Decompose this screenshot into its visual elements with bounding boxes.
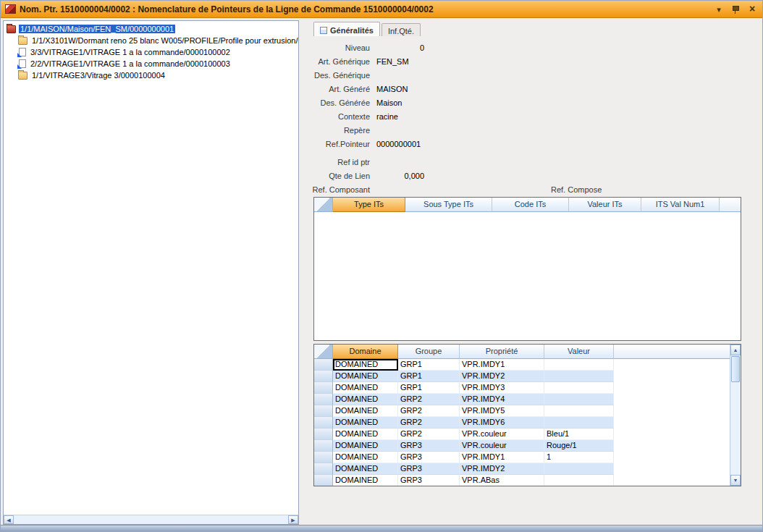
table-cell[interactable]: VPR.IMDY1	[460, 359, 544, 371]
scroll-left-button[interactable]: ◀	[4, 515, 14, 524]
table-cell[interactable]: DOMAINED	[333, 428, 398, 440]
scroll-up-button[interactable]: ▲	[730, 345, 741, 355]
pin-icon[interactable]	[730, 4, 741, 15]
column-header[interactable]: Propriété	[460, 345, 544, 359]
table-cell[interactable]	[544, 371, 614, 382]
window-menu-button[interactable]: ▾	[713, 4, 725, 15]
scroll-right-button[interactable]: ▶	[288, 515, 298, 524]
grid-corner-cell[interactable]	[314, 345, 333, 359]
table-cell[interactable]: DOMAINED	[333, 359, 398, 371]
column-header[interactable]: Valeur	[544, 345, 614, 359]
column-header[interactable]: ITS Val Num1	[641, 198, 720, 212]
row-selector[interactable]	[314, 394, 333, 405]
table-cell[interactable]: GRP2	[398, 417, 460, 428]
tab-inf-qte[interactable]: Inf.Qté.	[382, 23, 421, 36]
table-cell[interactable]: DOMAINED	[333, 452, 398, 463]
table-cell[interactable]: VPR.IMDY5	[460, 405, 544, 417]
table-cell[interactable]: DOMAINED	[333, 417, 398, 428]
tab-generalites[interactable]: Généralités	[313, 22, 380, 36]
tab-inf-qte-label: Inf.Qté.	[388, 27, 414, 35]
properties-vertical-scrollbar[interactable]: ▲ ▼	[730, 345, 741, 486]
form-row: Qte de Lien0,000	[300, 169, 762, 182]
table-cell[interactable]: GRP3	[398, 475, 460, 486]
row-selector[interactable]	[314, 405, 333, 417]
table-cell[interactable]: GRP3	[398, 452, 460, 463]
yellow-folder-icon	[18, 37, 28, 45]
tree-item[interactable]: 1/1/X3101W/Dormant reno 25 blanc W005/PR…	[4, 35, 298, 46]
row-selector[interactable]	[314, 440, 333, 452]
form-row: Contexteracine	[300, 109, 762, 123]
table-cell[interactable]: GRP1	[398, 359, 460, 371]
table-cell[interactable]	[544, 475, 614, 486]
scrollbar-thumb[interactable]	[731, 356, 740, 382]
table-cell[interactable]: VPR.IMDY2	[460, 463, 544, 475]
table-cell[interactable]: DOMAINED	[333, 440, 398, 452]
table-cell[interactable]: VPR.IMDY4	[460, 394, 544, 405]
row-selector[interactable]	[314, 463, 333, 475]
column-header[interactable]: Domaine	[333, 345, 398, 359]
close-button[interactable]: ×	[746, 4, 758, 15]
column-header[interactable]: Valeur ITs	[569, 198, 641, 212]
form-row: Des. Générique	[300, 68, 762, 82]
table-cell[interactable]: GRP2	[398, 428, 460, 440]
table-cell[interactable]	[544, 417, 614, 428]
grid-header-filler	[614, 345, 741, 359]
grid-corner-cell[interactable]	[314, 198, 333, 212]
scrollbar-track[interactable]	[730, 383, 741, 475]
table-cell[interactable]	[544, 382, 614, 394]
table-cell[interactable]: GRP3	[398, 440, 460, 452]
table-cell[interactable]	[544, 405, 614, 417]
column-header[interactable]: Groupe	[398, 345, 460, 359]
table-cell[interactable]	[544, 463, 614, 475]
table-cell[interactable]: GRP2	[398, 405, 460, 417]
form-row: Art. GénériqueFEN_SM	[300, 54, 762, 68]
table-cell[interactable]: Bleu/1	[544, 428, 614, 440]
table-cell[interactable]: DOMAINED	[333, 475, 398, 486]
tab-generalites-label: Généralités	[330, 26, 374, 35]
table-cell[interactable]: VPR.ABas	[460, 475, 544, 486]
table-cell[interactable]: VPR.IMDY1	[460, 452, 544, 463]
table-cell[interactable]: Rouge/1	[544, 440, 614, 452]
tree-item[interactable]: 1/1/VITRAGE3/Vitrage 3/0000100004	[4, 69, 298, 81]
tree-item[interactable]: 3/3/VITRAGE1/VITRAGE 1 a la commande/000…	[4, 46, 298, 58]
tree-item[interactable]: 1/1/MAISON/Maison/FEN_SM/0000000001	[4, 23, 298, 35]
scroll-down-button[interactable]: ▼	[730, 475, 741, 486]
table-row: DOMAINEDGRP1VPR.IMDY1	[314, 359, 741, 371]
scrollbar-track[interactable]	[14, 515, 288, 524]
table-cell[interactable]	[544, 394, 614, 405]
window-resize-bar[interactable]	[1, 525, 762, 531]
row-filler	[614, 452, 741, 463]
row-selector[interactable]	[314, 382, 333, 394]
table-cell[interactable]	[544, 359, 614, 371]
row-selector[interactable]	[314, 452, 333, 463]
table-cell[interactable]: GRP1	[398, 382, 460, 394]
tree-horizontal-scrollbar[interactable]: ◀ ▶	[4, 515, 298, 524]
table-cell[interactable]: DOMAINED	[333, 382, 398, 394]
column-header[interactable]: Type ITs	[333, 198, 405, 212]
table-cell[interactable]: VPR.couleur	[460, 440, 544, 452]
grid-header: DomaineGroupePropriétéValeur	[314, 345, 741, 359]
row-filler	[614, 405, 741, 417]
row-selector[interactable]	[314, 428, 333, 440]
table-cell[interactable]: GRP2	[398, 394, 460, 405]
row-selector[interactable]	[314, 371, 333, 382]
tree-item[interactable]: 2/2/VITRAGE1/VITRAGE 1 a la commande/000…	[4, 58, 298, 69]
table-cell[interactable]: DOMAINED	[333, 405, 398, 417]
column-header[interactable]: Code ITs	[492, 198, 569, 212]
row-selector[interactable]	[314, 359, 333, 371]
table-cell[interactable]: DOMAINED	[333, 463, 398, 475]
table-cell[interactable]: DOMAINED	[333, 394, 398, 405]
table-cell[interactable]: GRP3	[398, 463, 460, 475]
row-selector[interactable]	[314, 417, 333, 428]
column-header[interactable]: Sous Type ITs	[405, 198, 492, 212]
table-cell[interactable]: 1	[544, 452, 614, 463]
field-value: racine	[376, 112, 398, 121]
table-cell[interactable]: VPR.IMDY3	[460, 382, 544, 394]
table-cell[interactable]: GRP1	[398, 371, 460, 382]
table-cell[interactable]: VPR.IMDY6	[460, 417, 544, 428]
table-cell[interactable]: DOMAINED	[333, 371, 398, 382]
row-selector[interactable]	[314, 475, 333, 486]
table-cell[interactable]: VPR.couleur	[460, 428, 544, 440]
table-cell[interactable]: VPR.IMDY2	[460, 371, 544, 382]
title-bar[interactable]: Nom. Ptr. 1510000004/0002 : Nomenclature…	[1, 1, 762, 18]
